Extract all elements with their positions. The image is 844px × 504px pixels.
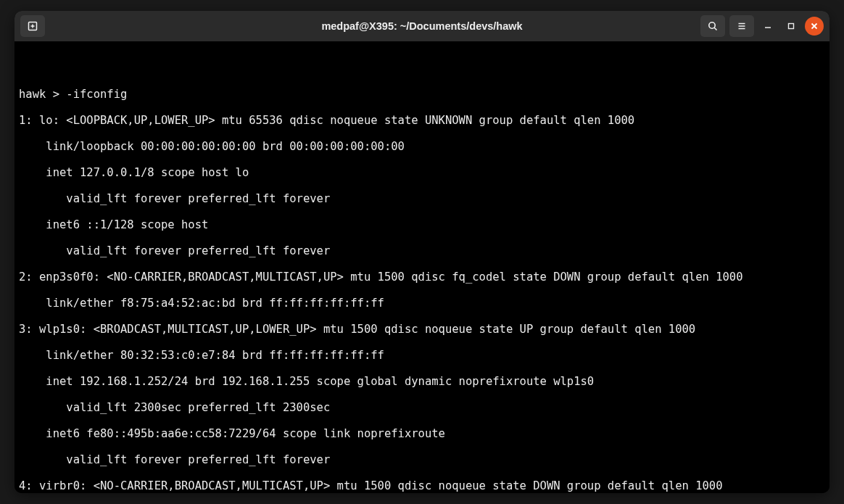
terminal-content: hawk > -ifconfig 1: lo: <LOOPBACK,UP,LOW… [19,49,825,493]
prompt-0: hawk > [19,88,66,101]
minimize-button[interactable] [758,17,777,36]
new-tab-button[interactable] [20,15,45,37]
output-line: valid_lft forever preferred_lft forever [19,192,825,205]
output-line: 4: virbr0: <NO-CARRIER,BROADCAST,MULTICA… [19,479,825,492]
menu-button[interactable] [729,15,754,37]
titlebar-right [700,15,824,37]
output-line: inet 192.168.1.252/24 brd 192.168.1.255 … [19,375,825,388]
titlebar-left [20,15,45,37]
terminal-window: medpaf@X395: ~/Documents/devs/hawk [15,11,829,493]
svg-line-4 [714,28,716,30]
svg-point-3 [709,22,715,28]
output-line: inet 127.0.0.1/8 scope host lo [19,166,825,179]
output-line: valid_lft forever preferred_lft forever [19,244,825,257]
output-line: inet6 ::1/128 scope host [19,218,825,231]
search-button[interactable] [700,15,725,37]
output-line: valid_lft forever preferred_lft forever [19,453,825,466]
output-line: 1: lo: <LOOPBACK,UP,LOWER_UP> mtu 65536 … [19,114,825,127]
blank-line [19,62,825,75]
window-title: medpaf@X395: ~/Documents/devs/hawk [321,20,522,32]
command-line-0: hawk > -ifconfig [19,88,825,101]
output-line: link/ether 80:32:53:c0:e7:84 brd ff:ff:f… [19,349,825,362]
command-0: -ifconfig [66,88,127,101]
maximize-button[interactable] [782,17,800,36]
close-button[interactable] [805,17,824,36]
output-line: 2: enp3s0f0: <NO-CARRIER,BROADCAST,MULTI… [19,270,825,284]
output-line: valid_lft 2300sec preferred_lft 2300sec [19,401,825,414]
output-line: inet6 fe80::495b:aa6e:cc58:7229/64 scope… [19,427,825,440]
output-line: 3: wlp1s0: <BROADCAST,MULTICAST,UP,LOWER… [19,323,825,336]
titlebar: medpaf@X395: ~/Documents/devs/hawk [15,11,829,41]
terminal-area[interactable]: hawk > -ifconfig 1: lo: <LOOPBACK,UP,LOW… [15,41,829,493]
output-line: link/loopback 00:00:00:00:00:00 brd 00:0… [19,140,825,153]
output-line: link/ether f8:75:a4:52:ac:bd brd ff:ff:f… [19,297,825,310]
svg-rect-9 [789,24,794,29]
